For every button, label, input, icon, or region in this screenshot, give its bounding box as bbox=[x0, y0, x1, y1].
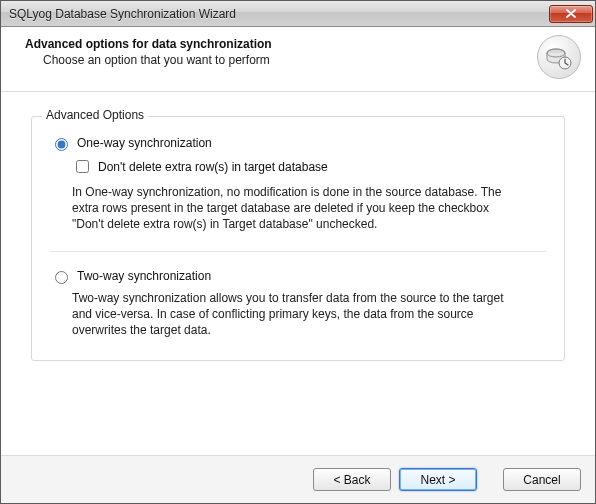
header-title: Advanced options for data synchronizatio… bbox=[25, 37, 537, 51]
two-way-row: Two-way synchronization bbox=[50, 268, 546, 284]
dont-delete-label: Don't delete extra row(s) in target data… bbox=[98, 160, 328, 174]
back-button[interactable]: < Back bbox=[313, 468, 391, 491]
wizard-window: SQLyog Database Synchronization Wizard A… bbox=[0, 0, 596, 504]
wizard-header: Advanced options for data synchronizatio… bbox=[1, 27, 595, 92]
next-button[interactable]: Next > bbox=[399, 468, 477, 491]
one-way-row: One-way synchronization bbox=[50, 135, 546, 151]
advanced-options-group: Advanced Options One-way synchronization… bbox=[31, 116, 565, 361]
titlebar: SQLyog Database Synchronization Wizard bbox=[1, 1, 595, 27]
wizard-body: Advanced Options One-way synchronization… bbox=[1, 92, 595, 455]
header-text: Advanced options for data synchronizatio… bbox=[25, 37, 537, 67]
dont-delete-row: Don't delete extra row(s) in target data… bbox=[72, 157, 546, 176]
close-icon bbox=[566, 9, 576, 18]
one-way-description: In One-way synchronization, no modificat… bbox=[72, 184, 512, 233]
two-way-radio[interactable] bbox=[55, 271, 68, 284]
header-subtitle: Choose an option that you want to perfor… bbox=[25, 53, 537, 67]
two-way-description: Two-way synchronization allows you to tr… bbox=[72, 290, 512, 339]
window-title: SQLyog Database Synchronization Wizard bbox=[9, 7, 549, 21]
dont-delete-checkbox[interactable] bbox=[76, 160, 89, 173]
two-way-label: Two-way synchronization bbox=[77, 269, 211, 283]
sync-icon bbox=[537, 35, 581, 79]
one-way-radio[interactable] bbox=[55, 138, 68, 151]
cancel-button[interactable]: Cancel bbox=[503, 468, 581, 491]
separator bbox=[50, 251, 546, 252]
one-way-label: One-way synchronization bbox=[77, 136, 212, 150]
close-button[interactable] bbox=[549, 5, 593, 23]
group-label: Advanced Options bbox=[42, 108, 148, 122]
wizard-footer: < Back Next > Cancel bbox=[1, 455, 595, 503]
